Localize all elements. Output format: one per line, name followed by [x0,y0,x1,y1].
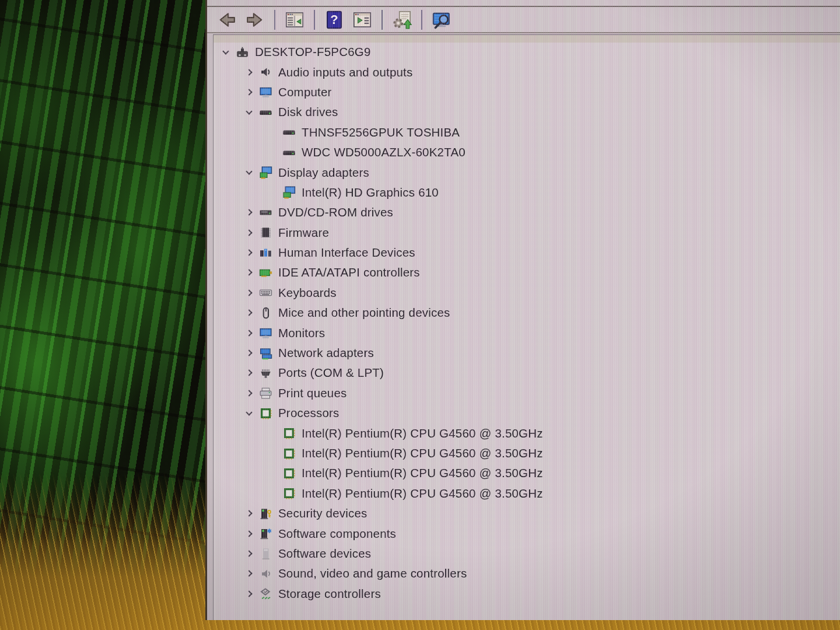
toolbar-separator [314,10,315,30]
tree-item-disk-drives[interactable]: Disk drives [214,102,840,122]
expander-chevron-icon[interactable] [242,391,257,396]
tree-item-ports-com-lpt[interactable]: Ports (COM & LPT) [214,363,840,383]
tree-item-label: Intel(R) HD Graphics 610 [302,186,439,200]
help-button[interactable] [321,8,347,32]
tree-item-label: Mice and other pointing devices [278,306,450,320]
back-arrow-icon [217,10,237,30]
expander-chevron-icon[interactable] [242,210,257,215]
tree-item-label: Security devices [278,506,367,520]
tree-item-ide-ata-atapi-controllers[interactable]: IDE ATA/ATAPI controllers [214,262,840,282]
action-pane-button[interactable] [349,8,375,32]
device-tree[interactable]: DESKTOP-F5PC6G9 Audio inputs and outputs… [213,34,840,620]
expander-chevron-icon[interactable] [242,111,257,114]
ide-icon [257,264,274,281]
tree-item-network-adapters[interactable]: Network adapters [214,343,840,363]
tree-item-software-components[interactable]: Software components [214,523,840,543]
tree-item-intel-r-pentium-r-cpu-g4560-3-50ghz[interactable]: Intel(R) Pentium(R) CPU G4560 @ 3.50GHz [214,463,840,483]
tree-item-label: DESKTOP-F5PC6G9 [255,45,371,59]
expander-chevron-icon[interactable] [242,551,257,556]
tree-item-label: Intel(R) Pentium(R) CPU G4560 @ 3.50GHz [302,466,543,480]
forward-arrow-icon [245,10,265,30]
processor-icon [257,405,274,421]
tree-item-intel-r-pentium-r-cpu-g4560-3-50ghz[interactable]: Intel(R) Pentium(R) CPU G4560 @ 3.50GHz [214,423,840,443]
computer-root-icon [233,44,251,60]
tree-item-intel-r-pentium-r-cpu-g4560-3-50ghz[interactable]: Intel(R) Pentium(R) CPU G4560 @ 3.50GHz [214,443,840,463]
tree-item-firmware[interactable]: Firmware [214,223,840,243]
expander-chevron-icon[interactable] [242,592,257,596]
firmware-icon [257,225,274,241]
tree-item-label: Audio inputs and outputs [278,65,412,79]
expander-chevron-icon[interactable] [242,531,257,536]
scan-hardware-button[interactable] [429,8,454,32]
expander-chevron-icon[interactable] [242,171,257,174]
expander-chevron-icon[interactable] [242,250,257,255]
storage-icon [257,586,274,602]
tree-item-label: Human Interface Devices [278,246,415,260]
expander-chevron-icon[interactable] [242,310,257,315]
expander-chevron-icon[interactable] [242,70,257,75]
expander-chevron-icon[interactable] [242,351,257,355]
tree-item-keyboards[interactable]: Keyboards [214,283,840,303]
network-icon [257,345,274,361]
update-driver-button[interactable] [389,8,415,32]
tree-item-intel-r-hd-graphics-610[interactable]: Intel(R) HD Graphics 610 [214,183,840,202]
tree-item-dvd-cd-rom-drives[interactable]: DVD/CD-ROM drives [214,202,840,222]
sound-icon [257,565,274,582]
tree-item-software-devices[interactable]: Software devices [214,544,840,564]
action-pane-icon [352,10,372,30]
expander-chevron-icon[interactable] [218,51,233,54]
tree-item-label: THNSF5256GPUK TOSHIBA [302,125,460,139]
expander-chevron-icon[interactable] [242,412,257,415]
tree-item-label: Software devices [278,547,371,561]
tree-item-mice-and-other-pointing-devices[interactable]: Mice and other pointing devices [214,303,840,323]
display-adapter-icon [257,164,274,181]
processor-icon [280,425,298,442]
hid-icon [257,244,274,261]
expander-chevron-icon[interactable] [242,571,257,576]
monitor-icon [257,84,274,100]
port-icon [257,365,274,381]
tree-item-intel-r-pentium-r-cpu-g4560-3-50ghz[interactable]: Intel(R) Pentium(R) CPU G4560 @ 3.50GHz [214,484,840,503]
tree-item-print-queues[interactable]: Print queues [214,383,840,403]
expander-chevron-icon[interactable] [242,230,257,235]
tree-item-sound-video-and-game-controllers[interactable]: Sound, video and game controllers [214,564,840,583]
disk-icon [280,124,298,141]
expander-chevron-icon[interactable] [242,511,257,516]
console-tree-button[interactable] [282,8,307,32]
tree-item-audio-inputs-and-outputs[interactable]: Audio inputs and outputs [214,62,840,82]
expander-chevron-icon[interactable] [242,90,257,94]
console-tree-icon [285,10,304,30]
expander-chevron-icon[interactable] [242,290,257,295]
processor-icon [280,465,298,481]
scan-hardware-changes-icon [432,10,452,30]
toolbar [207,7,840,33]
printer-icon [257,385,274,401]
tree-item-desktop-f5pc6g9[interactable]: DESKTOP-F5PC6G9 [214,42,840,62]
tree-item-label: WDC WD5000AZLX-60K2TA0 [302,145,466,159]
update-driver-icon [392,10,412,30]
tree-item-thnsf5256gpuk-toshiba[interactable]: THNSF5256GPUK TOSHIBA [214,123,840,142]
forward-button[interactable] [242,8,268,32]
tree-item-display-adapters[interactable]: Display adapters [214,162,840,182]
tree-item-human-interface-devices[interactable]: Human Interface Devices [214,243,840,262]
tree-item-label: Intel(R) Pentium(R) CPU G4560 @ 3.50GHz [302,487,543,501]
tree-item-processors[interactable]: Processors [214,403,840,423]
tree-item-security-devices[interactable]: Security devices [214,503,840,523]
back-button[interactable] [214,8,240,32]
expander-chevron-icon[interactable] [242,370,257,375]
tree-item-storage-controllers[interactable]: Storage controllers [214,584,840,604]
tree-item-label: DVD/CD-ROM drives [278,205,393,219]
tree-item-monitors[interactable]: Monitors [214,323,840,342]
device-manager-window: DESKTOP-F5PC6G9 Audio inputs and outputs… [205,0,840,620]
tree-item-label: Sound, video and game controllers [278,566,467,580]
tree-item-wdc-wd5000azlx-60k2ta0[interactable]: WDC WD5000AZLX-60K2TA0 [214,142,840,162]
toolbar-separator [421,10,422,30]
processor-icon [280,485,298,502]
tree-item-label: Intel(R) Pentium(R) CPU G4560 @ 3.50GHz [302,446,543,460]
tree-item-computer[interactable]: Computer [214,82,840,102]
expander-chevron-icon[interactable] [242,331,257,335]
processor-icon [280,445,298,461]
menubar-bottom-edge [207,0,840,7]
expander-chevron-icon[interactable] [242,270,257,275]
monitor-icon [257,325,274,341]
